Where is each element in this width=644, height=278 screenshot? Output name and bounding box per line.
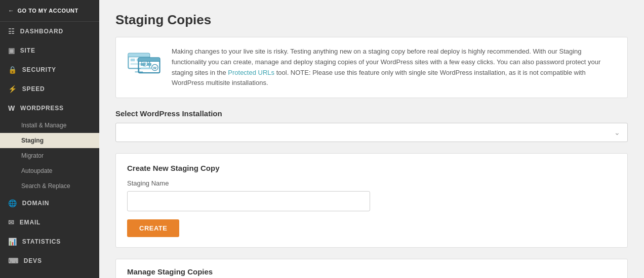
- domain-icon: 🌐: [8, 199, 17, 207]
- sidebar-item-label: DEVS: [24, 257, 42, 264]
- speed-icon: ⚡: [8, 85, 17, 93]
- sidebar-item-security[interactable]: 🔒 SECURITY: [0, 60, 99, 79]
- create-section-label: Create New Staging Copy: [127, 164, 616, 172]
- sidebar-item-statistics[interactable]: 📊 STATISTICS: [0, 232, 99, 251]
- back-arrow-icon: ←: [8, 7, 15, 14]
- sidebar-sub-autoupdate[interactable]: Autoupdate: [0, 163, 99, 178]
- chevron-down-icon: ⌄: [614, 128, 620, 136]
- sidebar-item-label: SPEED: [22, 85, 45, 92]
- info-description: Making changes to your live site is risk…: [172, 47, 617, 88]
- sidebar-item-label: SECURITY: [22, 66, 56, 73]
- sidebar-item-domain[interactable]: 🌐 DOMAIN: [0, 194, 99, 213]
- sidebar: ← GO TO MY ACCOUNT ☷ DASHBOARD ▣ SITE 🔒 …: [0, 0, 99, 278]
- sidebar-item-dashboard[interactable]: ☷ DASHBOARD: [0, 22, 99, 41]
- sidebar-item-label: DOMAIN: [22, 200, 49, 207]
- info-box: W W Making changes to your live site is …: [115, 37, 628, 98]
- security-icon: 🔒: [8, 66, 17, 74]
- staging-name-input[interactable]: [127, 191, 370, 211]
- sidebar-item-devs[interactable]: ⌨ DEVS: [0, 251, 99, 270]
- svg-rect-14: [147, 63, 151, 66]
- sidebar-sub-install-manage[interactable]: Install & Manage: [0, 118, 99, 133]
- sidebar-item-email[interactable]: ✉ EMAIL: [0, 213, 99, 232]
- dashboard-icon: ☷: [8, 27, 15, 35]
- sidebar-item-speed[interactable]: ⚡ SPEED: [0, 79, 99, 99]
- email-icon: ✉: [8, 218, 15, 226]
- sidebar-item-label: SITE: [20, 47, 35, 54]
- svg-rect-3: [131, 59, 135, 61]
- manage-staging-box: Manage Staging Copies STAGING COPIES BAC…: [115, 259, 628, 278]
- svg-rect-5: [131, 63, 141, 65]
- create-staging-box: Create New Staging Copy Staging Name CRE…: [115, 153, 628, 248]
- svg-rect-13: [141, 63, 145, 66]
- sidebar-item-site[interactable]: ▣ SITE: [0, 41, 99, 60]
- main-content: Staging Copies W: [99, 0, 644, 278]
- sidebar-item-label: DASHBOARD: [20, 28, 63, 35]
- devs-icon: ⌨: [8, 257, 19, 265]
- sidebar-sub-migrator[interactable]: Migrator: [0, 148, 99, 163]
- protected-urls-link[interactable]: Protected URLs: [228, 69, 274, 76]
- staging-illustration: W W: [126, 47, 162, 82]
- page-title: Staging Copies: [115, 12, 628, 28]
- sidebar-sub-staging[interactable]: Staging: [0, 133, 99, 148]
- site-icon: ▣: [8, 47, 15, 55]
- staging-name-label: Staging Name: [127, 179, 616, 187]
- wordpress-installation-dropdown[interactable]: ⌄: [115, 123, 628, 142]
- sidebar-item-label: STATISTICS: [22, 238, 61, 245]
- back-label: GO TO MY ACCOUNT: [18, 8, 78, 14]
- svg-rect-15: [141, 68, 151, 70]
- select-installation-label: Select WordPress Installation: [115, 109, 628, 118]
- sidebar-item-label: EMAIL: [20, 219, 41, 226]
- sidebar-sub-search-replace[interactable]: Search & Replace: [0, 178, 99, 194]
- manage-section-label: Manage Staging Copies: [116, 259, 627, 278]
- sidebar-item-wordpress[interactable]: W WORDPRESS: [0, 99, 99, 118]
- go-to-account-link[interactable]: ← GO TO MY ACCOUNT: [0, 0, 99, 22]
- sidebar-item-label: WORDPRESS: [20, 105, 64, 112]
- svg-text:W: W: [153, 66, 157, 70]
- wordpress-icon: W: [8, 104, 15, 112]
- svg-rect-1: [128, 54, 149, 57]
- svg-rect-11: [139, 58, 160, 61]
- create-button[interactable]: CREATE: [127, 219, 179, 237]
- statistics-icon: 📊: [8, 238, 17, 246]
